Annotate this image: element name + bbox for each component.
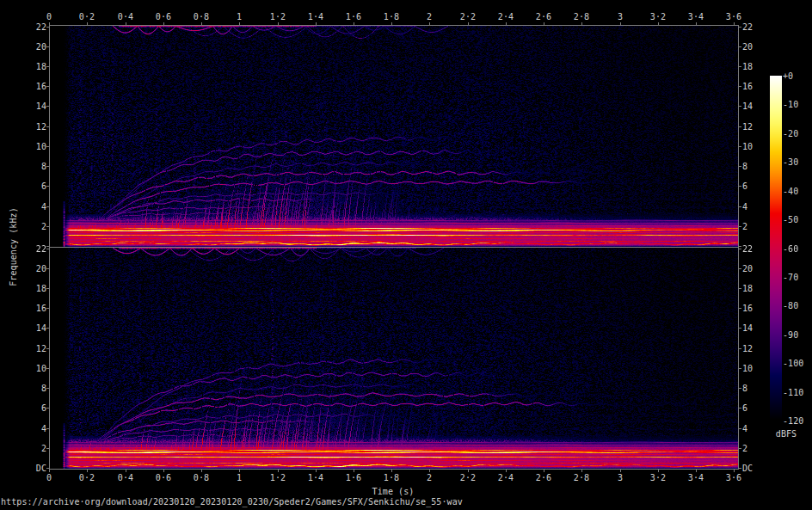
plot-border-left [49, 25, 50, 470]
time-tick-bottom [126, 470, 126, 472]
source-url-text: https://archive·org/download/20230120_20… [1, 497, 463, 507]
time-tick-bottom [49, 470, 50, 472]
colorbar-gradient [770, 76, 782, 421]
freq-tick-label-right: 16 [742, 82, 753, 91]
freq-tick-right [739, 388, 741, 389]
freq-tick-left [46, 408, 49, 409]
colorbar-title: dBFS [776, 429, 797, 439]
freq-tick-label-left: 14 [36, 323, 46, 333]
time-tick-label-top: 3 [618, 12, 623, 22]
time-tick-label-top: 3·2 [650, 12, 666, 22]
freq-tick-label-left: 6 [41, 181, 46, 191]
time-tick-label-top: 1 [237, 12, 242, 22]
plot-border-right [738, 25, 739, 470]
freq-tick-left-dc [46, 246, 49, 247]
freq-tick-label-right: 10 [742, 364, 753, 373]
freq-tick-label-right: 6 [742, 181, 747, 191]
freq-tick-left [46, 308, 49, 309]
freq-tick-label-dc-left: DC [36, 464, 46, 473]
plot-channel-separator [49, 247, 739, 248]
freq-tick-label-right: 14 [742, 101, 753, 111]
freq-tick-right [739, 249, 741, 249]
time-tick-bottom [429, 470, 430, 472]
freq-tick-label-right: 20 [742, 42, 753, 52]
freq-tick-left [46, 348, 49, 349]
time-tick-label-top: 0·8 [194, 12, 209, 22]
colorbar-tick-label: -60 [783, 244, 798, 254]
time-tick-label-top: 2·4 [498, 12, 514, 22]
time-tick-label-bottom: 0·2 [79, 473, 95, 482]
freq-tick-label-left: 10 [36, 142, 46, 151]
freq-tick-label-left: 12 [36, 344, 46, 353]
time-tick-label-top: 3·4 [688, 12, 704, 22]
time-tick-bottom [163, 470, 164, 472]
freq-tick-label-left: 18 [36, 284, 46, 293]
freq-tick-left [46, 206, 49, 207]
time-tick-bottom [201, 470, 202, 472]
time-tick-label-top: 0·6 [156, 12, 171, 22]
colorbar-tick-label: -120 [783, 416, 803, 426]
freq-tick-left [46, 448, 49, 449]
time-tick-top [544, 22, 544, 25]
colorbar-tick-label: -50 [783, 215, 798, 224]
time-tick-bottom [316, 470, 317, 472]
freq-tick-right [739, 268, 741, 269]
freq-tick-label-left: 4 [41, 424, 46, 433]
time-tick-label-bottom: 1 [237, 473, 242, 482]
time-tick-label-bottom: 2·6 [536, 473, 551, 482]
time-tick-top [391, 22, 392, 25]
freq-tick-left [46, 46, 49, 47]
freq-tick-label-left: 18 [36, 62, 46, 71]
freq-tick-label-left: 2 [41, 222, 46, 231]
time-tick-top [620, 22, 621, 25]
freq-tick-label-left: 14 [36, 101, 46, 111]
time-tick-label-bottom: 1·6 [346, 473, 361, 482]
time-tick-bottom [620, 470, 621, 472]
freq-tick-label-left: 22 [36, 22, 46, 32]
colorbar-tick-label: -100 [783, 359, 803, 368]
freq-tick-label-left: 8 [41, 162, 46, 171]
freq-tick-left [46, 328, 49, 329]
time-tick-label-top: 1·2 [270, 12, 286, 22]
colorbar-tick-label: -110 [783, 388, 803, 397]
freq-tick-left [46, 166, 49, 167]
time-tick-bottom [354, 470, 354, 472]
freq-tick-right [739, 368, 741, 369]
time-tick-bottom [581, 470, 582, 472]
time-tick-top [316, 22, 317, 25]
freq-tick-label-left: 10 [36, 364, 46, 373]
freq-tick-right-dc [739, 246, 741, 247]
freq-tick-right [739, 226, 741, 227]
freq-tick-left [46, 126, 49, 127]
freq-tick-left [46, 368, 49, 369]
colorbar-tick-label: -80 [783, 301, 798, 310]
freq-tick-label-right: 18 [742, 62, 753, 71]
time-tick-top [658, 22, 659, 25]
freq-tick-label-right: 12 [742, 122, 753, 132]
time-tick-label-bottom: 1·2 [270, 473, 286, 482]
time-tick-top [506, 22, 507, 25]
colorbar-tick-label: +0 [783, 71, 793, 81]
y-axis-title: Frequency (kHz) [9, 207, 18, 286]
freq-tick-right [739, 328, 741, 329]
time-tick-label-bottom: 1·4 [308, 473, 323, 482]
freq-tick-label-right: 18 [742, 284, 753, 293]
freq-tick-label-right: 14 [742, 323, 753, 333]
time-tick-top [49, 22, 50, 25]
freq-tick-left [46, 66, 49, 67]
time-tick-label-top: 0 [46, 12, 52, 22]
freq-tick-label-right: 8 [742, 162, 747, 171]
freq-tick-right [739, 288, 741, 289]
time-tick-label-top: 0·4 [118, 12, 133, 22]
freq-tick-right [739, 408, 741, 409]
freq-tick-label-right: 22 [742, 22, 753, 32]
freq-tick-label-left: 20 [36, 264, 46, 273]
freq-tick-label-right: 22 [742, 244, 753, 254]
time-tick-label-bottom: 3·2 [650, 473, 666, 482]
time-tick-label-bottom: 3·6 [726, 473, 741, 482]
time-tick-label-bottom: 2·8 [574, 473, 589, 482]
time-tick-label-bottom: 0·4 [118, 473, 133, 482]
time-tick-label-bottom: 1·8 [384, 473, 399, 482]
time-tick-bottom [734, 470, 735, 472]
freq-tick-label-right: 2 [742, 222, 747, 231]
